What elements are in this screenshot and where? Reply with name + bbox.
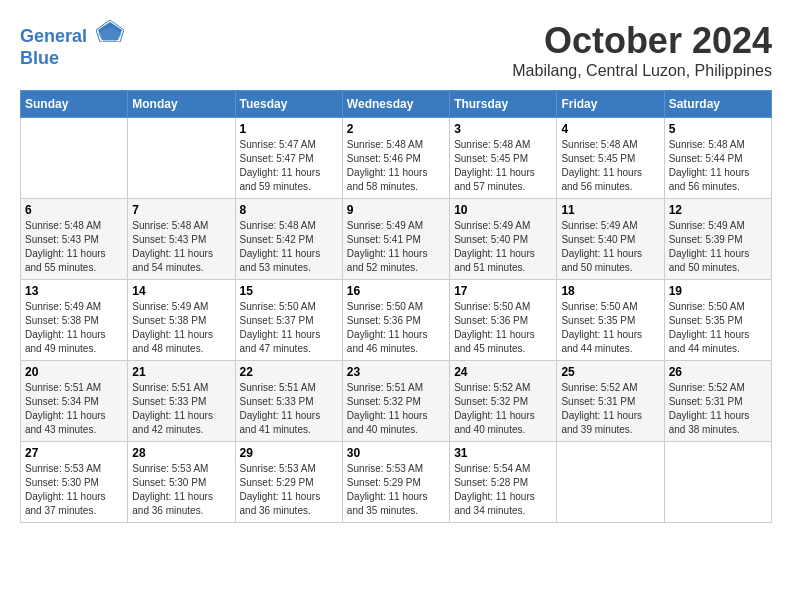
day-number: 5 [669, 122, 767, 136]
day-info: Sunrise: 5:49 AM Sunset: 5:40 PM Dayligh… [561, 219, 659, 275]
calendar-cell: 29Sunrise: 5:53 AM Sunset: 5:29 PM Dayli… [235, 442, 342, 523]
day-number: 31 [454, 446, 552, 460]
day-info: Sunrise: 5:48 AM Sunset: 5:45 PM Dayligh… [454, 138, 552, 194]
day-number: 22 [240, 365, 338, 379]
day-number: 25 [561, 365, 659, 379]
day-number: 1 [240, 122, 338, 136]
calendar-cell: 21Sunrise: 5:51 AM Sunset: 5:33 PM Dayli… [128, 361, 235, 442]
calendar-cell: 30Sunrise: 5:53 AM Sunset: 5:29 PM Dayli… [342, 442, 449, 523]
calendar-cell: 16Sunrise: 5:50 AM Sunset: 5:36 PM Dayli… [342, 280, 449, 361]
day-info: Sunrise: 5:51 AM Sunset: 5:33 PM Dayligh… [132, 381, 230, 437]
week-row-2: 6Sunrise: 5:48 AM Sunset: 5:43 PM Daylig… [21, 199, 772, 280]
calendar-cell [128, 118, 235, 199]
week-row-4: 20Sunrise: 5:51 AM Sunset: 5:34 PM Dayli… [21, 361, 772, 442]
calendar-cell: 14Sunrise: 5:49 AM Sunset: 5:38 PM Dayli… [128, 280, 235, 361]
col-header-sunday: Sunday [21, 91, 128, 118]
day-info: Sunrise: 5:48 AM Sunset: 5:43 PM Dayligh… [25, 219, 123, 275]
day-info: Sunrise: 5:53 AM Sunset: 5:30 PM Dayligh… [132, 462, 230, 518]
calendar-cell: 13Sunrise: 5:49 AM Sunset: 5:38 PM Dayli… [21, 280, 128, 361]
day-info: Sunrise: 5:53 AM Sunset: 5:29 PM Dayligh… [347, 462, 445, 518]
calendar-cell: 15Sunrise: 5:50 AM Sunset: 5:37 PM Dayli… [235, 280, 342, 361]
day-info: Sunrise: 5:52 AM Sunset: 5:31 PM Dayligh… [669, 381, 767, 437]
logo-icon [96, 20, 124, 42]
day-number: 3 [454, 122, 552, 136]
day-number: 12 [669, 203, 767, 217]
col-header-tuesday: Tuesday [235, 91, 342, 118]
calendar-cell: 2Sunrise: 5:48 AM Sunset: 5:46 PM Daylig… [342, 118, 449, 199]
header-row: SundayMondayTuesdayWednesdayThursdayFrid… [21, 91, 772, 118]
day-info: Sunrise: 5:48 AM Sunset: 5:43 PM Dayligh… [132, 219, 230, 275]
day-info: Sunrise: 5:49 AM Sunset: 5:41 PM Dayligh… [347, 219, 445, 275]
day-number: 8 [240, 203, 338, 217]
day-info: Sunrise: 5:50 AM Sunset: 5:35 PM Dayligh… [669, 300, 767, 356]
calendar-table: SundayMondayTuesdayWednesdayThursdayFrid… [20, 90, 772, 523]
day-number: 29 [240, 446, 338, 460]
calendar-cell: 25Sunrise: 5:52 AM Sunset: 5:31 PM Dayli… [557, 361, 664, 442]
day-info: Sunrise: 5:50 AM Sunset: 5:36 PM Dayligh… [347, 300, 445, 356]
logo-text: General [20, 20, 124, 48]
calendar-cell: 7Sunrise: 5:48 AM Sunset: 5:43 PM Daylig… [128, 199, 235, 280]
col-header-wednesday: Wednesday [342, 91, 449, 118]
day-info: Sunrise: 5:48 AM Sunset: 5:46 PM Dayligh… [347, 138, 445, 194]
calendar-cell: 18Sunrise: 5:50 AM Sunset: 5:35 PM Dayli… [557, 280, 664, 361]
day-info: Sunrise: 5:54 AM Sunset: 5:28 PM Dayligh… [454, 462, 552, 518]
day-number: 13 [25, 284, 123, 298]
page-header: General Blue October 2024 Mabilang, Cent… [20, 20, 772, 80]
calendar-cell: 24Sunrise: 5:52 AM Sunset: 5:32 PM Dayli… [450, 361, 557, 442]
day-number: 20 [25, 365, 123, 379]
calendar-cell: 8Sunrise: 5:48 AM Sunset: 5:42 PM Daylig… [235, 199, 342, 280]
day-number: 14 [132, 284, 230, 298]
day-number: 17 [454, 284, 552, 298]
day-info: Sunrise: 5:49 AM Sunset: 5:39 PM Dayligh… [669, 219, 767, 275]
day-info: Sunrise: 5:48 AM Sunset: 5:45 PM Dayligh… [561, 138, 659, 194]
day-info: Sunrise: 5:48 AM Sunset: 5:42 PM Dayligh… [240, 219, 338, 275]
calendar-cell: 6Sunrise: 5:48 AM Sunset: 5:43 PM Daylig… [21, 199, 128, 280]
day-number: 18 [561, 284, 659, 298]
day-info: Sunrise: 5:51 AM Sunset: 5:33 PM Dayligh… [240, 381, 338, 437]
calendar-cell: 5Sunrise: 5:48 AM Sunset: 5:44 PM Daylig… [664, 118, 771, 199]
calendar-cell: 20Sunrise: 5:51 AM Sunset: 5:34 PM Dayli… [21, 361, 128, 442]
day-info: Sunrise: 5:51 AM Sunset: 5:32 PM Dayligh… [347, 381, 445, 437]
month-title: October 2024 [512, 20, 772, 62]
day-info: Sunrise: 5:52 AM Sunset: 5:32 PM Dayligh… [454, 381, 552, 437]
calendar-cell: 28Sunrise: 5:53 AM Sunset: 5:30 PM Dayli… [128, 442, 235, 523]
col-header-thursday: Thursday [450, 91, 557, 118]
col-header-friday: Friday [557, 91, 664, 118]
calendar-cell: 31Sunrise: 5:54 AM Sunset: 5:28 PM Dayli… [450, 442, 557, 523]
day-info: Sunrise: 5:49 AM Sunset: 5:38 PM Dayligh… [132, 300, 230, 356]
location: Mabilang, Central Luzon, Philippines [512, 62, 772, 80]
calendar-cell: 27Sunrise: 5:53 AM Sunset: 5:30 PM Dayli… [21, 442, 128, 523]
day-info: Sunrise: 5:53 AM Sunset: 5:30 PM Dayligh… [25, 462, 123, 518]
week-row-1: 1Sunrise: 5:47 AM Sunset: 5:47 PM Daylig… [21, 118, 772, 199]
calendar-cell: 26Sunrise: 5:52 AM Sunset: 5:31 PM Dayli… [664, 361, 771, 442]
calendar-cell [664, 442, 771, 523]
calendar-cell: 1Sunrise: 5:47 AM Sunset: 5:47 PM Daylig… [235, 118, 342, 199]
day-number: 4 [561, 122, 659, 136]
col-header-saturday: Saturday [664, 91, 771, 118]
day-number: 11 [561, 203, 659, 217]
day-info: Sunrise: 5:48 AM Sunset: 5:44 PM Dayligh… [669, 138, 767, 194]
day-number: 19 [669, 284, 767, 298]
day-number: 15 [240, 284, 338, 298]
day-info: Sunrise: 5:50 AM Sunset: 5:37 PM Dayligh… [240, 300, 338, 356]
day-number: 2 [347, 122, 445, 136]
day-number: 23 [347, 365, 445, 379]
day-number: 26 [669, 365, 767, 379]
calendar-cell: 4Sunrise: 5:48 AM Sunset: 5:45 PM Daylig… [557, 118, 664, 199]
day-number: 7 [132, 203, 230, 217]
col-header-monday: Monday [128, 91, 235, 118]
calendar-cell: 22Sunrise: 5:51 AM Sunset: 5:33 PM Dayli… [235, 361, 342, 442]
calendar-cell: 10Sunrise: 5:49 AM Sunset: 5:40 PM Dayli… [450, 199, 557, 280]
day-number: 27 [25, 446, 123, 460]
title-block: October 2024 Mabilang, Central Luzon, Ph… [512, 20, 772, 80]
day-info: Sunrise: 5:47 AM Sunset: 5:47 PM Dayligh… [240, 138, 338, 194]
week-row-5: 27Sunrise: 5:53 AM Sunset: 5:30 PM Dayli… [21, 442, 772, 523]
day-number: 24 [454, 365, 552, 379]
calendar-cell: 3Sunrise: 5:48 AM Sunset: 5:45 PM Daylig… [450, 118, 557, 199]
day-info: Sunrise: 5:51 AM Sunset: 5:34 PM Dayligh… [25, 381, 123, 437]
day-info: Sunrise: 5:52 AM Sunset: 5:31 PM Dayligh… [561, 381, 659, 437]
calendar-cell: 9Sunrise: 5:49 AM Sunset: 5:41 PM Daylig… [342, 199, 449, 280]
day-number: 16 [347, 284, 445, 298]
day-number: 6 [25, 203, 123, 217]
calendar-cell: 23Sunrise: 5:51 AM Sunset: 5:32 PM Dayli… [342, 361, 449, 442]
